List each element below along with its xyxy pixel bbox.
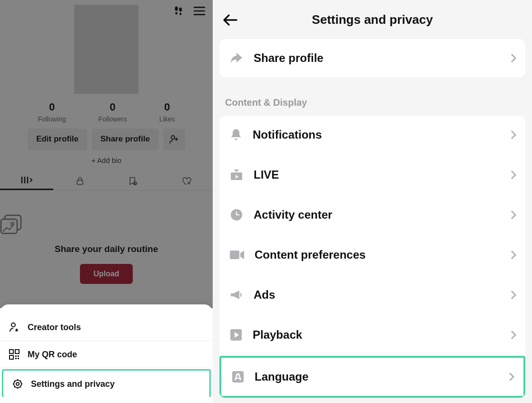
profile-pane: 0 Following 0 Followers 0 Likes Edit pro… [0, 0, 213, 403]
sheet-qr-code[interactable]: My QR code [0, 341, 213, 368]
back-button[interactable] [222, 13, 237, 27]
video-icon [230, 250, 244, 260]
sheet-settings-privacy[interactable]: Settings and privacy [2, 369, 211, 397]
row-language[interactable]: Language [219, 356, 525, 398]
sheet-label: Creator tools [28, 322, 81, 332]
svg-rect-12 [15, 358, 17, 359]
settings-pane: Settings and privacy Share profile Conte… [213, 0, 532, 403]
svg-point-6 [11, 323, 15, 327]
chevron-right-icon [510, 330, 517, 340]
bottom-sheet: Creator tools My QR code Settings and pr… [0, 304, 213, 403]
clock-icon [230, 208, 243, 222]
row-label: Share profile [254, 51, 324, 65]
row-ads[interactable]: Ads [219, 276, 525, 314]
chevron-right-icon [510, 170, 517, 180]
row-label: Content preferences [255, 248, 365, 262]
chevron-right-icon [510, 250, 517, 260]
svg-rect-17 [230, 251, 239, 259]
play-icon [230, 329, 242, 341]
dim-overlay[interactable] [0, 0, 213, 308]
svg-rect-11 [18, 355, 19, 357]
row-label: Ads [254, 288, 275, 302]
qr-icon [9, 349, 20, 360]
person-star-icon [9, 322, 20, 333]
bell-icon [230, 128, 242, 141]
section-content-display: Content & Display [225, 97, 532, 108]
chevron-right-icon [510, 53, 517, 63]
settings-header: Settings and privacy [213, 0, 532, 39]
sheet-creator-tools[interactable]: Creator tools [0, 314, 213, 341]
svg-rect-19 [232, 371, 244, 383]
row-content-preferences[interactable]: Content preferences [219, 236, 525, 274]
chevron-right-icon [510, 130, 517, 140]
row-live[interactable]: LIVE [219, 156, 525, 194]
content-display-card: Notifications LIVE Activity center Conte… [219, 116, 525, 398]
chevron-right-icon [510, 210, 517, 220]
gear-icon [12, 378, 23, 390]
svg-rect-7 [10, 350, 13, 353]
live-tv-icon [230, 169, 243, 181]
megaphone-icon [230, 289, 243, 301]
svg-rect-13 [18, 358, 19, 359]
svg-rect-9 [10, 355, 13, 359]
chevron-right-icon [510, 290, 517, 300]
page-title: Settings and privacy [213, 12, 532, 27]
row-label: Notifications [253, 128, 322, 141]
sheet-label: Settings and privacy [31, 379, 115, 389]
language-icon [232, 371, 244, 383]
svg-point-15 [16, 383, 19, 385]
row-label: Playback [253, 328, 302, 342]
row-playback[interactable]: Playback [219, 316, 525, 354]
share-profile-card: Share profile [219, 39, 525, 77]
share-icon [230, 52, 243, 64]
row-notifications[interactable]: Notifications [219, 116, 525, 154]
chevron-right-icon [508, 372, 515, 382]
row-label: Activity center [254, 208, 332, 222]
row-activity-center[interactable]: Activity center [219, 196, 525, 234]
svg-rect-8 [15, 350, 19, 353]
row-label: Language [255, 370, 308, 383]
row-label: LIVE [254, 168, 279, 181]
sheet-label: My QR code [28, 350, 77, 360]
svg-rect-10 [15, 355, 17, 357]
row-share-profile[interactable]: Share profile [219, 39, 525, 77]
